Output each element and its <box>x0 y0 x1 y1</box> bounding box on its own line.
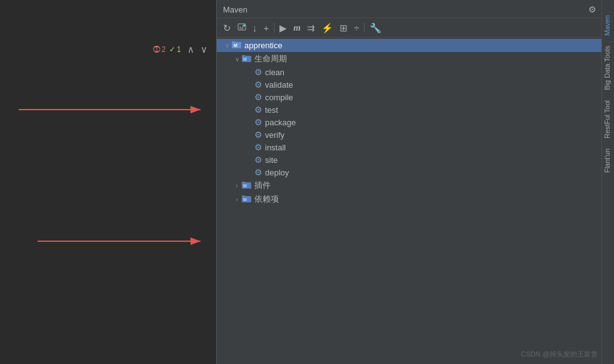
svg-text:M: M <box>243 184 247 188</box>
error-count[interactable]: ⓵ 2 <box>153 45 166 54</box>
strip-restful[interactable]: RestFul Tool <box>602 95 614 143</box>
lifecycle-toggle[interactable]: ∨ <box>232 56 242 63</box>
lifecycle-package[interactable]: ⚙ package <box>217 116 614 128</box>
lightning-button[interactable]: ⚡ <box>319 21 336 34</box>
settings-button[interactable]: ⚙ <box>587 4 598 15</box>
gear-icon-site: ⚙ <box>254 155 263 165</box>
gear-icon-package: ⚙ <box>254 117 263 127</box>
clean-label: clean <box>265 68 284 77</box>
lifecycle-compile[interactable]: ⚙ compile <box>217 91 614 103</box>
lifecycle-validate[interactable]: ⚙ validate <box>217 78 614 91</box>
dependencies-folder-icon: M <box>242 194 252 205</box>
strip-structure[interactable]: 结构 <box>602 0 614 10</box>
strip-flant[interactable]: Flant'un <box>602 143 614 178</box>
validate-label: validate <box>265 80 293 90</box>
root-folder-icon: M <box>232 40 242 51</box>
site-label: site <box>265 155 278 165</box>
check-icon: ✓ <box>169 45 175 54</box>
tool-strip: 结构 Maven Big Data Tools RestFul Tool Fla… <box>601 0 614 364</box>
download-button[interactable]: ↓ <box>250 21 260 34</box>
svg-text:+: + <box>242 23 246 29</box>
gear-icon-deploy: ⚙ <box>254 167 263 177</box>
maven-settings-button[interactable]: 🔧 <box>367 21 384 34</box>
plugins-folder-icon: M <box>242 180 252 191</box>
gear-icon-validate: ⚙ <box>254 80 263 90</box>
maven-header: Maven ⚙ − <box>217 0 614 18</box>
notification-bar: ⓵ 2 ✓ 1 ∧ ∨ <box>153 43 210 56</box>
left-panel: ⓵ 2 ✓ 1 ∧ ∨ <box>0 0 216 364</box>
maven-toolbar: ↻ M + ↓ + ▶ m ⇉ ⚡ ⊞ ÷ 🔧 <box>217 18 614 38</box>
svg-text:M: M <box>243 197 247 202</box>
separator-1 <box>274 23 274 33</box>
gear-icon-install: ⚙ <box>254 142 263 152</box>
error-icon: ⓵ <box>153 45 160 54</box>
svg-text:M: M <box>243 57 247 61</box>
lifecycle-verify[interactable]: ⚙ verify <box>217 128 614 141</box>
dependencies-label: 依赖项 <box>254 194 279 205</box>
package-label: package <box>265 118 296 127</box>
phases-button[interactable]: ⊞ <box>337 21 350 34</box>
lifecycle-clean[interactable]: ⚙ clean <box>217 66 614 78</box>
prev-arrow[interactable]: ∧ <box>185 43 197 56</box>
lifecycle-label: 生命周期 <box>254 53 287 65</box>
strip-bigdata[interactable]: Big Data Tools <box>602 41 614 95</box>
compile-label: compile <box>265 93 293 102</box>
separator-2 <box>364 23 365 33</box>
run-button[interactable]: ▶ <box>277 21 289 34</box>
new-project-button[interactable]: + <box>261 21 272 34</box>
dependencies-toggle[interactable]: › <box>232 196 242 203</box>
lifecycle-deploy[interactable]: ⚙ deploy <box>217 166 614 179</box>
lifecycle-test[interactable]: ⚙ test <box>217 103 614 116</box>
gear-icon-compile: ⚙ <box>254 92 263 102</box>
collapse-button[interactable]: ÷ <box>351 21 362 34</box>
root-toggle[interactable]: ∨ <box>222 42 232 49</box>
gear-icon-test: ⚙ <box>254 105 263 115</box>
lifecycle-folder-icon: M <box>242 54 252 65</box>
plugins-group-item[interactable]: › M 插件 <box>217 179 614 192</box>
next-arrow[interactable]: ∨ <box>198 43 210 56</box>
svg-text:M: M <box>234 43 237 48</box>
lifecycle-group-item[interactable]: ∨ M 生命周期 <box>217 52 614 66</box>
verify-label: verify <box>265 130 284 140</box>
plugins-toggle[interactable]: › <box>232 182 242 189</box>
nav-arrows[interactable]: ∧ ∨ <box>185 43 210 56</box>
deploy-label: deploy <box>265 168 289 177</box>
add-maven-icon: M + <box>237 23 246 31</box>
add-project-button[interactable]: M + <box>235 21 249 34</box>
warning-count[interactable]: ✓ 1 <box>169 45 181 54</box>
maven-tree: ∨ M apprentice ∨ M 生命周期 <box>217 38 614 364</box>
root-label: apprentice <box>244 41 283 50</box>
maven-title: Maven <box>223 5 247 14</box>
install-label: install <box>265 143 286 152</box>
strip-maven[interactable]: Maven <box>602 10 614 41</box>
skip-tests-button[interactable]: ⇉ <box>304 21 318 34</box>
gear-icon-clean: ⚙ <box>254 67 263 77</box>
refresh-button[interactable]: ↻ <box>221 21 234 34</box>
watermark: CSDN @掉头发的王富贵 <box>521 350 598 359</box>
lifecycle-install[interactable]: ⚙ install <box>217 141 614 153</box>
test-label: test <box>265 105 278 115</box>
dependencies-group-item[interactable]: › M 依赖项 <box>217 192 614 206</box>
tree-root-item[interactable]: ∨ M apprentice <box>217 39 614 52</box>
maven-panel: Maven ⚙ − ↻ M + ↓ + ▶ m ⇉ ⚡ ⊞ ÷ 🔧 <box>216 0 614 364</box>
gear-icon-verify: ⚙ <box>254 130 263 140</box>
maven-goal-button[interactable]: m <box>291 21 303 34</box>
lifecycle-site[interactable]: ⚙ site <box>217 153 614 166</box>
plugins-label: 插件 <box>254 180 271 191</box>
